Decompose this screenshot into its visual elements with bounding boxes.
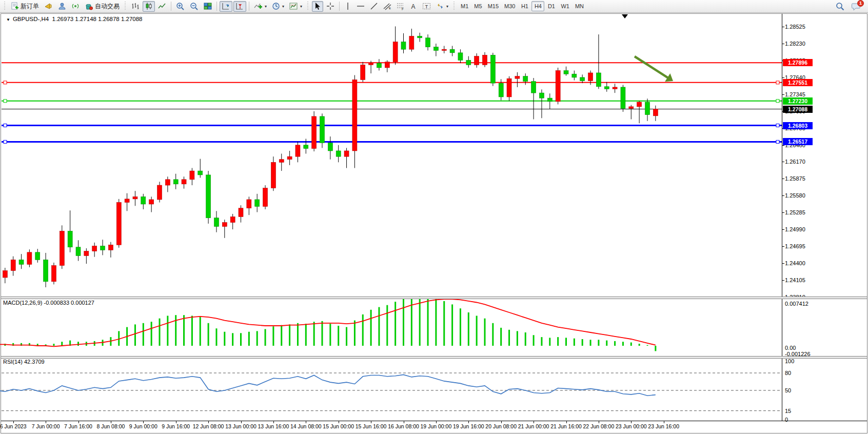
tile-windows-button[interactable] bbox=[202, 1, 214, 12]
crosshair-button[interactable] bbox=[324, 1, 337, 12]
search-button[interactable] bbox=[834, 1, 846, 12]
trendline-button[interactable] bbox=[368, 1, 380, 12]
collapse-triangle-icon[interactable]: ▼ bbox=[6, 17, 10, 22]
candle-body bbox=[116, 203, 121, 245]
macd-histogram-bar bbox=[492, 323, 494, 346]
candle-body bbox=[190, 171, 194, 180]
macd-histogram-bar bbox=[191, 316, 193, 346]
timeframe-M30[interactable]: M30 bbox=[502, 1, 518, 11]
new-order-label: 新订单 bbox=[21, 2, 39, 11]
candle-body bbox=[596, 73, 601, 87]
macd-histogram-bar bbox=[386, 305, 388, 346]
timeframe-M5[interactable]: M5 bbox=[471, 1, 484, 11]
line-selection-handle[interactable] bbox=[776, 140, 779, 143]
arrow-annotation[interactable] bbox=[635, 56, 669, 78]
timeframe-W1[interactable]: W1 bbox=[558, 1, 572, 11]
timeframe-M15[interactable]: M15 bbox=[485, 1, 501, 11]
macd-histogram-bar bbox=[272, 326, 274, 346]
horizontal-line-button[interactable] bbox=[354, 1, 367, 12]
rsi-panel-splitter[interactable] bbox=[1, 356, 867, 359]
timeframe-M1[interactable]: M1 bbox=[458, 1, 471, 11]
macd-histogram-bar bbox=[167, 316, 168, 346]
rsi-axis-label: 80 bbox=[785, 370, 821, 376]
candle-body bbox=[157, 185, 162, 200]
candle-chart-button[interactable] bbox=[143, 1, 155, 12]
text-label-button[interactable]: T bbox=[420, 1, 433, 12]
vertical-line-button[interactable] bbox=[342, 1, 353, 12]
line-selection-handle[interactable] bbox=[776, 100, 779, 103]
new-order-button[interactable]: 新订单 bbox=[9, 1, 41, 12]
time-axis-label: 21 Jun 16:00 bbox=[550, 423, 582, 429]
cursor-button[interactable] bbox=[312, 1, 323, 12]
auto-scroll-button[interactable] bbox=[220, 1, 232, 12]
candle-body bbox=[108, 245, 113, 250]
notifications-button[interactable]: 1 bbox=[850, 1, 863, 12]
time-axis-label: 6 Jun 2023 bbox=[0, 423, 27, 429]
zoom-in-button[interactable] bbox=[174, 1, 187, 12]
macd-histogram-bar bbox=[500, 328, 502, 346]
signal-icon bbox=[71, 2, 80, 10]
macd-histogram-bar bbox=[289, 324, 290, 346]
bar-chart-button[interactable] bbox=[129, 1, 142, 12]
toolbar-separator bbox=[339, 2, 340, 11]
timeframe-H1[interactable]: H1 bbox=[518, 1, 531, 11]
macd-histogram-bar bbox=[346, 327, 347, 346]
candle-body bbox=[133, 196, 137, 199]
candle-body bbox=[255, 200, 260, 206]
line-selection-handle[interactable] bbox=[4, 124, 7, 127]
zoom-out-button[interactable] bbox=[188, 1, 201, 12]
timeframe-D1[interactable]: D1 bbox=[545, 1, 558, 11]
chart-canvas[interactable] bbox=[0, 0, 868, 434]
price-tick-label: 1.24400 bbox=[785, 260, 821, 266]
candle-body bbox=[401, 42, 406, 50]
candle-body bbox=[442, 49, 446, 50]
profile-button[interactable] bbox=[56, 1, 68, 12]
arrows-button[interactable]: ▾ bbox=[434, 1, 450, 12]
line-selection-handle[interactable] bbox=[776, 124, 779, 127]
macd-histogram-bar bbox=[517, 331, 518, 346]
channel-button[interactable]: E bbox=[381, 1, 393, 12]
macd-axis-zero: 0.00 bbox=[785, 345, 821, 351]
macd-histogram-bar bbox=[175, 315, 176, 346]
candle-body bbox=[279, 160, 284, 163]
chart-shift-button[interactable] bbox=[233, 1, 246, 12]
candle-body bbox=[344, 151, 349, 156]
timeframe-H4[interactable]: H4 bbox=[531, 1, 544, 11]
auto-trading-button[interactable]: 自动交易 bbox=[83, 1, 122, 12]
price-tick-label: 1.28525 bbox=[785, 24, 821, 30]
line-selection-handle[interactable] bbox=[4, 81, 7, 84]
horn-button[interactable] bbox=[42, 1, 55, 12]
chart-shift-marker[interactable] bbox=[622, 14, 628, 18]
macd-histogram-bar bbox=[460, 308, 461, 346]
line-selection-handle[interactable] bbox=[776, 81, 779, 84]
templates-button[interactable]: ▾ bbox=[287, 1, 304, 12]
indicators-button[interactable]: ▾ bbox=[252, 1, 269, 12]
macd-histogram-bar bbox=[655, 346, 656, 351]
fibonacci-icon: F bbox=[397, 2, 405, 10]
candle-body bbox=[523, 76, 528, 82]
macd-panel-splitter[interactable] bbox=[1, 297, 867, 299]
price-tick-label: 1.24695 bbox=[785, 243, 821, 249]
fibonacci-button[interactable]: F bbox=[394, 1, 407, 12]
time-axis-label: 19 Jun 16:00 bbox=[453, 423, 484, 429]
svg-text:E: E bbox=[389, 7, 391, 10]
line-chart-button[interactable] bbox=[156, 1, 168, 12]
candle-body bbox=[19, 260, 24, 264]
tile-windows-icon bbox=[204, 2, 212, 10]
macd-histogram-bar bbox=[53, 344, 54, 346]
time-axis-label: 21 Jun 00:00 bbox=[518, 423, 549, 429]
text-button[interactable]: A bbox=[408, 1, 419, 12]
periods-button[interactable]: ▾ bbox=[270, 1, 286, 12]
line-selection-handle[interactable] bbox=[4, 100, 7, 103]
price-tick-mark bbox=[782, 212, 784, 213]
candle-body bbox=[230, 217, 235, 223]
price-tick-mark bbox=[782, 246, 784, 247]
price-tick-label: 1.27345 bbox=[785, 91, 821, 97]
current-price-label: 1.27088 bbox=[783, 106, 813, 113]
timeframe-MN[interactable]: MN bbox=[573, 1, 586, 11]
signal-button[interactable] bbox=[69, 1, 82, 12]
candle-body bbox=[418, 36, 422, 37]
line-selection-handle[interactable] bbox=[4, 140, 7, 143]
svg-text:A: A bbox=[411, 3, 416, 10]
macd-histogram-bar bbox=[598, 340, 599, 346]
